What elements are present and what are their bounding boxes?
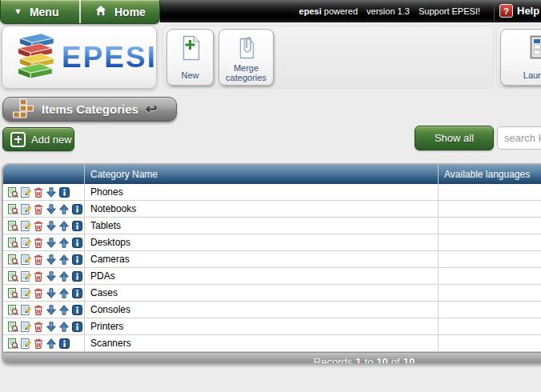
search-input[interactable]	[497, 126, 541, 150]
help-button[interactable]: ? Help	[499, 4, 539, 18]
delete-icon[interactable]	[33, 321, 44, 332]
delete-icon[interactable]	[33, 237, 44, 248]
table-row: PDAs	[3, 268, 541, 285]
page-title-bar[interactable]: Items Categories ↩	[2, 97, 177, 122]
info-icon[interactable]	[71, 287, 82, 298]
category-name-cell: Consoles	[84, 302, 438, 318]
new-button[interactable]: New	[166, 29, 214, 86]
menu-arrow-icon: ▼	[14, 7, 22, 16]
show-all-button[interactable]: Show all	[415, 126, 494, 150]
table-row: Phones	[3, 184, 541, 201]
view-icon[interactable]	[7, 237, 18, 248]
row-actions	[3, 285, 84, 301]
edit-icon[interactable]	[20, 270, 31, 282]
info-icon[interactable]	[71, 254, 82, 265]
row-actions	[3, 335, 84, 351]
view-icon[interactable]	[7, 186, 18, 198]
view-icon[interactable]	[7, 203, 18, 214]
delete-icon[interactable]	[33, 220, 44, 231]
row-actions	[3, 251, 84, 267]
add-new-label: Add new	[31, 134, 72, 146]
info-icon[interactable]	[71, 321, 82, 332]
add-new-button[interactable]: Add new	[2, 127, 74, 151]
move-down-icon[interactable]	[46, 254, 57, 265]
edit-icon[interactable]	[20, 203, 31, 214]
move-down-icon[interactable]	[46, 304, 57, 315]
info-icon[interactable]	[58, 338, 70, 349]
home-button[interactable]: Home	[82, 0, 159, 23]
languages-cell	[438, 285, 541, 301]
merge-categories-button[interactable]: Merge categories	[218, 29, 274, 86]
app-window: epesi powered version 1.3 Support EPESI!…	[0, 0, 541, 392]
move-up-icon[interactable]	[58, 304, 70, 315]
edit-icon[interactable]	[20, 304, 31, 315]
view-icon[interactable]	[7, 220, 18, 231]
move-up-icon[interactable]	[58, 270, 70, 282]
info-icon[interactable]	[58, 186, 70, 198]
category-name-cell: Phones	[84, 184, 438, 200]
category-column-header[interactable]: Category Name	[84, 165, 438, 184]
row-actions	[3, 302, 84, 318]
delete-icon[interactable]	[33, 304, 44, 315]
delete-icon[interactable]	[33, 186, 44, 198]
info-icon[interactable]	[71, 304, 82, 315]
help-icon: ?	[499, 4, 513, 18]
move-up-icon[interactable]	[58, 220, 70, 231]
delete-icon[interactable]	[33, 287, 44, 298]
move-down-icon[interactable]	[46, 237, 57, 248]
move-down-icon[interactable]	[46, 220, 57, 231]
delete-icon[interactable]	[33, 270, 44, 282]
move-up-icon[interactable]	[46, 338, 57, 349]
new-label: New	[181, 70, 198, 81]
category-name-cell: Cameras	[84, 251, 438, 267]
view-icon[interactable]	[7, 270, 18, 282]
delete-icon[interactable]	[33, 254, 44, 265]
move-up-icon[interactable]	[58, 237, 70, 248]
languages-column-header[interactable]: Available languages	[438, 165, 541, 184]
edit-icon[interactable]	[20, 287, 31, 298]
edit-icon[interactable]	[20, 321, 31, 332]
launchpad-button[interactable]: Launchpad	[500, 29, 541, 86]
languages-cell	[438, 184, 541, 200]
view-icon[interactable]	[7, 254, 18, 265]
move-down-icon[interactable]	[46, 287, 57, 298]
languages-cell	[438, 302, 541, 318]
view-icon[interactable]	[7, 338, 18, 349]
move-up-icon[interactable]	[58, 203, 70, 214]
powered-word: powered	[324, 6, 358, 16]
info-icon[interactable]	[71, 203, 82, 214]
info-icon[interactable]	[71, 237, 82, 248]
info-icon[interactable]	[71, 220, 82, 231]
help-label: Help	[517, 5, 539, 17]
edit-icon[interactable]	[20, 220, 31, 231]
move-up-icon[interactable]	[58, 254, 70, 265]
category-name-cell: Tablets	[84, 218, 438, 234]
row-actions	[3, 318, 84, 334]
support-link[interactable]: Support EPESI!	[419, 6, 480, 16]
edit-icon[interactable]	[20, 338, 31, 349]
edit-icon[interactable]	[20, 254, 31, 265]
edit-icon[interactable]	[20, 237, 31, 248]
info-icon[interactable]	[71, 270, 82, 282]
move-up-icon[interactable]	[58, 287, 70, 298]
view-icon[interactable]	[7, 304, 18, 315]
table-row: Consoles	[3, 302, 541, 318]
menu-button[interactable]: ▼ Menu	[1, 0, 78, 23]
languages-cell	[438, 218, 541, 234]
delete-icon[interactable]	[33, 203, 44, 214]
move-down-icon[interactable]	[46, 186, 57, 198]
row-actions	[3, 184, 84, 200]
delete-icon[interactable]	[33, 338, 44, 349]
view-icon[interactable]	[7, 287, 18, 298]
nav-divider	[79, 0, 81, 23]
move-up-icon[interactable]	[58, 321, 70, 332]
move-down-icon[interactable]	[46, 270, 57, 282]
move-down-icon[interactable]	[46, 321, 57, 332]
view-icon[interactable]	[7, 321, 18, 332]
table-header-row: Category Name Available languages	[3, 165, 541, 184]
merge-categories-label: Merge categories	[222, 63, 270, 83]
return-arrow-icon: ↩	[146, 102, 157, 116]
edit-icon[interactable]	[20, 186, 31, 198]
new-document-icon	[180, 35, 201, 63]
move-down-icon[interactable]	[46, 203, 57, 214]
